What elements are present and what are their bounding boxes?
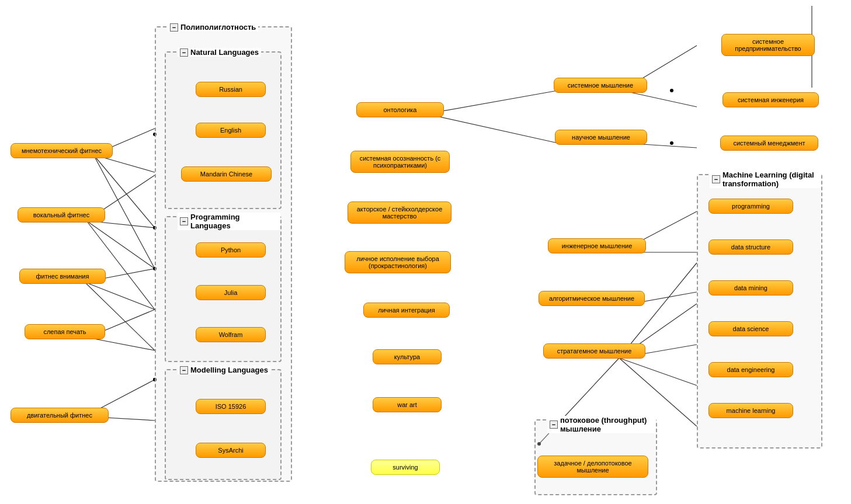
mandarin-node[interactable]: Mandarin Chinese — [181, 166, 272, 182]
svg-line-6 — [86, 221, 155, 269]
svg-line-7 — [86, 221, 155, 310]
vocal-node[interactable]: вокальный фитнес — [18, 207, 105, 223]
svg-point-24 — [670, 89, 673, 92]
throughput-collapse-btn[interactable]: − — [550, 420, 558, 429]
sys-thinking-node[interactable]: системное мышление — [554, 78, 647, 93]
modelling-collapse-btn[interactable]: − — [180, 366, 188, 374]
modelling-languages-group: − Modelling Languages — [165, 369, 282, 480]
strat-thinking-node[interactable]: стратагемное мышление — [543, 343, 645, 359]
svg-line-13 — [88, 338, 155, 350]
surviving-node[interactable]: surviving — [371, 460, 440, 475]
mind-map-canvas: − Полиполиглотность − Natural Languages … — [0, 0, 851, 504]
throughput-title: − потоковое (throughput) мышление — [547, 416, 656, 433]
programming-collapse-btn[interactable]: − — [180, 217, 188, 225]
polyglot-group-title: − Полиполиглотность — [168, 23, 258, 32]
programming-ml-node[interactable]: programming — [708, 199, 793, 214]
iso15926-node[interactable]: ISO 15926 — [196, 399, 266, 414]
ml-collapse-btn[interactable]: − — [712, 175, 720, 183]
svg-point-26 — [670, 141, 673, 145]
natural-languages-title: − Natural Languages — [178, 48, 261, 57]
personal-int-node[interactable]: личная интеграция — [363, 303, 450, 318]
sys-mgmt-node[interactable]: системный менеджмент — [720, 135, 818, 151]
ml-group-title: − Machine Learning (digital transformati… — [710, 171, 821, 188]
attention-node[interactable]: фитнес внимания — [19, 269, 106, 284]
svg-line-20 — [426, 91, 558, 114]
zadach-node[interactable]: задачное / делопотоковое мышление — [537, 456, 648, 478]
eng-thinking-node[interactable]: инженерное мышление — [548, 238, 646, 253]
data-structure-node[interactable]: data structure — [708, 239, 793, 255]
python-node[interactable]: Python — [196, 242, 266, 258]
svg-line-21 — [426, 114, 558, 143]
ontology-node[interactable]: онтологика — [356, 102, 444, 117]
julia-node[interactable]: Julia — [196, 285, 266, 300]
movement-node[interactable]: двигательный фитнес — [11, 408, 109, 423]
war-art-node[interactable]: war art — [373, 397, 442, 412]
svg-line-30 — [619, 358, 697, 385]
svg-line-23 — [622, 91, 697, 107]
data-eng-node[interactable]: data engineering — [708, 362, 793, 377]
sci-thinking-node[interactable]: научное мышление — [555, 130, 647, 145]
data-mining-node[interactable]: data mining — [708, 280, 793, 296]
svg-line-10 — [85, 282, 155, 310]
svg-line-11 — [85, 282, 155, 350]
machine-learning-node[interactable]: machine learning — [708, 403, 793, 418]
english-node[interactable]: English — [196, 123, 266, 138]
mnem-node[interactable]: мнемотехнический фитнес — [11, 143, 113, 158]
data-science-node[interactable]: data science — [708, 321, 793, 336]
natural-collapse-btn[interactable]: − — [180, 48, 188, 57]
algo-thinking-node[interactable]: алгоритмическое мышление — [539, 291, 645, 306]
polyglot-collapse-btn[interactable]: − — [170, 23, 178, 32]
sysarchi-node[interactable]: SysArchi — [196, 443, 266, 458]
wolfram-node[interactable]: Wolfram — [196, 327, 266, 342]
russian-node[interactable]: Russian — [196, 82, 266, 97]
sys-enterprise-node[interactable]: системное предпринимательство — [721, 34, 815, 56]
actor-node[interactable]: акторское / стейкхолдерское мастерство — [348, 201, 451, 224]
programming-languages-title: − Programming Languages — [178, 213, 280, 230]
culture-node[interactable]: культура — [373, 349, 442, 364]
sys-eng-node[interactable]: системная инженерия — [723, 92, 819, 107]
personal-exec-node[interactable]: личное исполнение выбора (прокрастинолог… — [345, 251, 451, 273]
sys-awareness-node[interactable]: системная осознанность (с психопрактикам… — [350, 151, 450, 173]
modelling-languages-title: − Modelling Languages — [178, 366, 270, 374]
typing-node[interactable]: слепая печать — [25, 324, 105, 339]
